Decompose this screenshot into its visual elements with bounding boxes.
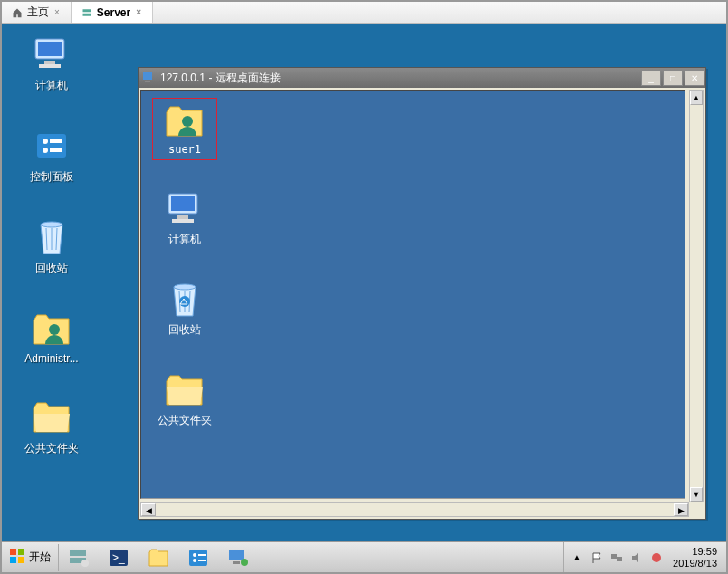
taskbar-item-powershell[interactable]: >_ <box>100 544 138 571</box>
icon-label: suer1 <box>168 143 201 156</box>
svg-point-12 <box>49 324 60 335</box>
scroll-left-button[interactable]: ◀ <box>141 503 156 516</box>
rdp-window[interactable]: 127.0.0.1 - 远程桌面连接 _ □ ✕ suer1 <box>138 67 706 520</box>
svg-point-38 <box>241 559 248 566</box>
svg-point-7 <box>43 139 48 144</box>
taskbar-item-explorer[interactable] <box>139 544 177 571</box>
svg-rect-17 <box>171 196 195 211</box>
icon-label: 回收站 <box>168 322 201 338</box>
svg-point-41 <box>652 553 661 562</box>
folder-icon <box>31 399 72 437</box>
desktop-icon-administrator[interactable]: Administr... <box>16 311 87 365</box>
svg-rect-4 <box>44 61 55 64</box>
svg-rect-19 <box>172 219 194 223</box>
app-frame: 主页 × Server × 计算机 控制面板 <box>0 0 728 574</box>
flag-icon[interactable] <box>589 550 604 565</box>
rdp-body: suer1 计算机 回收站 <box>139 88 705 519</box>
svg-rect-14 <box>145 81 150 82</box>
svg-rect-37 <box>233 561 240 564</box>
close-icon[interactable]: × <box>53 7 62 17</box>
tray-extra-icon[interactable] <box>649 550 664 565</box>
taskbar-item-rdp[interactable] <box>219 544 257 571</box>
desktop-icon-control-panel[interactable]: 控制面板 <box>16 128 87 185</box>
svg-rect-1 <box>82 13 91 15</box>
svg-rect-18 <box>177 215 188 219</box>
desktop-icons-column: 计算机 控制面板 回收站 Administr... <box>16 36 87 456</box>
desktop-icon-recycle-bin[interactable]: 回收站 <box>16 219 87 276</box>
system-tray: ▲ 19:59 2019/8/13 <box>563 542 726 572</box>
icon-label: 计算机 <box>168 232 201 247</box>
svg-rect-25 <box>18 557 24 563</box>
svg-point-34 <box>193 559 196 562</box>
taskbar-item-server-manager[interactable] <box>60 544 98 571</box>
user-folder-icon <box>31 311 72 349</box>
scroll-down-button[interactable]: ▼ <box>690 487 703 502</box>
windows-logo-icon <box>9 548 25 567</box>
svg-rect-36 <box>229 550 244 560</box>
svg-rect-24 <box>10 557 16 563</box>
desktop-icon-public-folder[interactable]: 公共文件夹 <box>16 399 87 456</box>
svg-point-20 <box>174 284 196 290</box>
taskbar-item-control-panel[interactable] <box>179 544 217 571</box>
tab-home-label: 主页 <box>27 5 49 20</box>
svg-rect-22 <box>10 549 16 555</box>
scroll-right-button[interactable]: ▶ <box>674 503 688 516</box>
svg-rect-31 <box>189 550 207 566</box>
remote-icon-computer[interactable]: 计算机 <box>152 187 217 251</box>
svg-rect-8 <box>50 139 62 143</box>
start-button[interactable]: 开始 <box>2 544 59 571</box>
svg-rect-40 <box>617 557 622 561</box>
taskbar: 开始 >_ ▲ <box>2 541 726 572</box>
recycle-bin-icon <box>31 219 72 257</box>
svg-rect-13 <box>143 72 152 80</box>
rdp-titlebar[interactable]: 127.0.0.1 - 远程桌面连接 _ □ ✕ <box>139 68 705 88</box>
user-folder-icon <box>164 102 206 140</box>
control-panel-icon <box>31 128 72 166</box>
icon-label: Administr... <box>16 352 87 365</box>
explorer-icon <box>148 548 169 568</box>
tab-bar: 主页 × Server × <box>2 2 726 24</box>
remote-desktop-icons: suer1 计算机 回收站 <box>152 98 217 432</box>
svg-point-9 <box>43 148 48 153</box>
scrollbar-vertical[interactable]: ▲ ▼ <box>689 90 704 502</box>
svg-point-21 <box>179 296 190 307</box>
desktop[interactable]: 计算机 控制面板 回收站 Administr... <box>2 24 726 541</box>
svg-point-11 <box>41 222 62 227</box>
network-icon[interactable] <box>609 550 624 565</box>
control-panel-icon <box>187 548 209 568</box>
svg-rect-33 <box>198 554 206 556</box>
remote-icon-recycle-bin[interactable]: 回收站 <box>152 278 217 341</box>
remote-icon-suer1[interactable]: suer1 <box>152 98 217 160</box>
minimize-button[interactable]: _ <box>641 70 661 86</box>
tab-server-label: Server <box>97 6 130 19</box>
svg-text:>_: >_ <box>112 551 125 564</box>
icon-label: 控制面板 <box>16 169 87 185</box>
remote-icon-public-folder[interactable]: 公共文件夹 <box>152 368 217 432</box>
rdp-title-text: 127.0.0.1 - 远程桌面连接 <box>160 71 281 86</box>
close-icon[interactable]: × <box>134 7 143 17</box>
taskbar-clock[interactable]: 19:59 2019/8/13 <box>669 546 721 569</box>
svg-rect-5 <box>39 64 61 68</box>
clock-date: 2019/8/13 <box>673 558 717 569</box>
scroll-up-button[interactable]: ▲ <box>690 91 703 105</box>
close-button[interactable]: ✕ <box>685 70 704 86</box>
tab-home[interactable]: 主页 × <box>2 2 72 23</box>
icon-label: 计算机 <box>16 78 87 93</box>
icon-label: 回收站 <box>16 261 87 276</box>
tray-expand-button[interactable]: ▲ <box>570 550 584 565</box>
svg-rect-3 <box>38 42 62 56</box>
desktop-icon-computer[interactable]: 计算机 <box>16 36 87 93</box>
svg-rect-26 <box>70 550 86 556</box>
maximize-button[interactable]: □ <box>663 70 683 86</box>
remote-desktop[interactable]: suer1 计算机 回收站 <box>140 90 685 499</box>
volume-icon[interactable] <box>629 550 644 565</box>
start-label: 开始 <box>29 550 51 565</box>
scrollbar-horizontal[interactable]: ◀ ▶ <box>140 502 689 517</box>
svg-rect-10 <box>50 148 62 152</box>
computer-icon <box>31 36 72 74</box>
tab-server[interactable]: Server × <box>72 2 153 23</box>
icon-label: 公共文件夹 <box>158 413 212 428</box>
server-manager-icon <box>68 547 90 569</box>
svg-rect-0 <box>82 9 91 12</box>
powershell-icon: >_ <box>108 547 129 569</box>
